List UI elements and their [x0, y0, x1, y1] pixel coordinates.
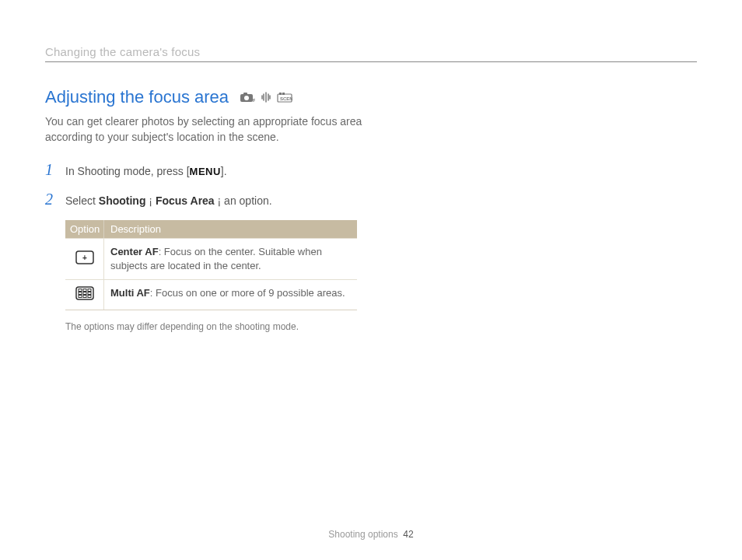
- svg-rect-6: [282, 93, 285, 95]
- option-icon-cell: [65, 280, 104, 310]
- svg-rect-13: [88, 289, 91, 291]
- steps: 1 In Shooting mode, press [MENU]. 2 Sele…: [45, 161, 380, 332]
- manual-page: Changing the camera's focus Adjusting th…: [0, 0, 742, 560]
- section-header-title: Changing the camera's focus: [45, 45, 697, 58]
- mode-icons: P SCENE: [240, 91, 292, 103]
- note-text: The options may differ depending on the …: [65, 321, 380, 332]
- page-number: 42: [403, 529, 413, 540]
- center-af-icon: +: [75, 250, 94, 268]
- table-row: + Center AF: Focus on the center. Suitab…: [65, 238, 357, 279]
- svg-rect-11: [79, 289, 82, 291]
- svg-rect-1: [243, 93, 247, 95]
- step-text: ].: [221, 165, 227, 177]
- svg-rect-15: [83, 292, 86, 294]
- footer-section: Shooting options: [328, 529, 397, 540]
- step-text: Select: [65, 194, 99, 207]
- col-option: Option: [65, 220, 104, 238]
- option-desc-cell: Multi AF: Focus on one or more of 9 poss…: [104, 280, 357, 310]
- svg-rect-14: [79, 292, 82, 294]
- dual-is-icon: [260, 91, 272, 103]
- section-header: Changing the camera's focus: [45, 45, 697, 62]
- table-header: Option Description: [65, 220, 357, 238]
- svg-rect-12: [83, 289, 86, 291]
- multi-af-icon: [75, 286, 94, 303]
- option-desc-cell: Center AF: Focus on the center. Suitable…: [104, 239, 357, 279]
- step-number: 1: [45, 161, 58, 179]
- menu-path-item: Focus Area: [156, 194, 215, 207]
- svg-rect-19: [88, 295, 91, 297]
- svg-rect-5: [279, 93, 282, 95]
- footer: Shooting options 42: [0, 529, 742, 540]
- svg-rect-17: [79, 295, 82, 297]
- svg-text:P: P: [253, 98, 255, 103]
- options-table: Option Description + Center AF: Focus on…: [65, 220, 357, 310]
- step-1: 1 In Shooting mode, press [MENU].: [45, 161, 380, 180]
- scene-icon: SCENE: [277, 91, 292, 103]
- svg-rect-18: [83, 295, 86, 297]
- option-name: Multi AF: [110, 287, 150, 299]
- svg-point-2: [244, 96, 249, 100]
- camera-p-icon: P: [240, 91, 255, 103]
- svg-text:+: +: [82, 254, 87, 262]
- intro-text: You can get clearer photos by selecting …: [45, 114, 372, 145]
- option-desc: : Focus on one or more of 9 possible are…: [150, 287, 345, 299]
- col-description: Description: [104, 220, 357, 238]
- svg-rect-16: [88, 292, 91, 294]
- menu-button-label: MENU: [190, 166, 221, 177]
- step-2: 2 Select Shooting ¡ Focus Area ¡ an opti…: [45, 191, 380, 209]
- arrow-icon: ¡: [215, 194, 224, 207]
- svg-text:SCENE: SCENE: [280, 96, 292, 101]
- table-row: Multi AF: Focus on one or more of 9 poss…: [65, 279, 357, 310]
- arrow-icon: ¡: [145, 194, 155, 207]
- step-number: 2: [45, 191, 58, 208]
- page-heading: Adjusting the focus area: [45, 87, 229, 107]
- step-text: an option.: [224, 194, 272, 207]
- option-icon-cell: +: [65, 239, 104, 279]
- heading-row: Adjusting the focus area P SCENE: [45, 87, 697, 107]
- step-text: In Shooting mode, press [: [65, 165, 190, 177]
- step-body: Select Shooting ¡ Focus Area ¡ an option…: [65, 193, 272, 209]
- option-name: Center AF: [110, 246, 159, 257]
- menu-path-item: Shooting: [99, 194, 146, 207]
- step-body: In Shooting mode, press [MENU].: [65, 163, 227, 180]
